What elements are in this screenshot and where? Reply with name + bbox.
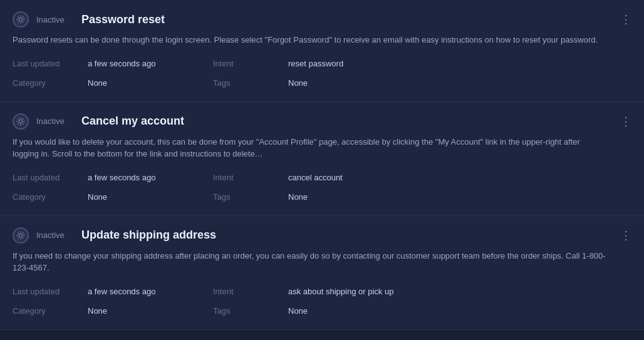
card-header: Inactive Cancel my account (13, 113, 631, 130)
svg-point-2 (19, 234, 22, 237)
card-header: Inactive Update shipping address (13, 227, 631, 244)
more-options-button[interactable]: ⋮ (615, 11, 636, 28)
category-label: Category (13, 76, 88, 90)
category-value: None (88, 76, 213, 90)
status-label: Inactive (36, 230, 74, 240)
card-meta: Last updated a few seconds ago Intent ca… (13, 170, 631, 204)
tags-label: Tags (213, 190, 288, 204)
card-meta: Last updated a few seconds ago Intent re… (13, 56, 631, 90)
card-meta: Last updated a few seconds ago Intent as… (13, 284, 631, 318)
status-icon (13, 11, 29, 28)
last-updated-value: a few seconds ago (88, 170, 213, 185)
card-update-shipping: Inactive Update shipping address ⋮ If yo… (0, 216, 644, 330)
intent-value: reset password (288, 56, 631, 71)
tags-label: Tags (213, 304, 288, 318)
gear-icon (16, 117, 25, 126)
intent-label: Intent (213, 170, 288, 185)
card-description: If you need to change your shipping addr… (13, 250, 631, 274)
more-options-button[interactable]: ⋮ (615, 227, 636, 244)
intent-value: ask about shipping or pick up (288, 284, 631, 299)
more-options-button[interactable]: ⋮ (615, 113, 636, 130)
svg-point-1 (19, 120, 22, 123)
card-header: Inactive Password reset (13, 11, 631, 28)
svg-point-0 (19, 18, 22, 21)
tags-label: Tags (213, 76, 288, 90)
intent-label: Intent (213, 56, 288, 71)
card-description: If you would like to delete your account… (13, 136, 631, 160)
status-icon (13, 227, 29, 244)
card-password-reset: Inactive Password reset ⋮ Password reset… (0, 0, 644, 102)
last-updated-label: Last updated (13, 56, 88, 71)
status-icon (13, 113, 29, 130)
category-label: Category (13, 190, 88, 204)
card-title: Cancel my account (81, 115, 631, 128)
status-label: Inactive (36, 15, 74, 24)
last-updated-value: a few seconds ago (88, 284, 213, 299)
card-title: Password reset (81, 13, 631, 26)
cards-list: Inactive Password reset ⋮ Password reset… (0, 0, 644, 330)
last-updated-label: Last updated (13, 284, 88, 299)
tags-value: None (288, 76, 631, 90)
card-title: Update shipping address (81, 229, 631, 242)
last-updated-label: Last updated (13, 170, 88, 185)
category-value: None (88, 304, 213, 318)
category-label: Category (13, 304, 88, 318)
intent-value: cancel account (288, 170, 631, 185)
card-description: Password resets can be done through the … (13, 34, 631, 46)
intent-label: Intent (213, 284, 288, 299)
tags-value: None (288, 190, 631, 204)
gear-icon (16, 15, 25, 24)
tags-value: None (288, 304, 631, 318)
card-cancel-account: Inactive Cancel my account ⋮ If you woul… (0, 102, 644, 216)
last-updated-value: a few seconds ago (88, 56, 213, 71)
category-value: None (88, 190, 213, 204)
status-label: Inactive (36, 116, 74, 126)
gear-icon (16, 231, 25, 240)
